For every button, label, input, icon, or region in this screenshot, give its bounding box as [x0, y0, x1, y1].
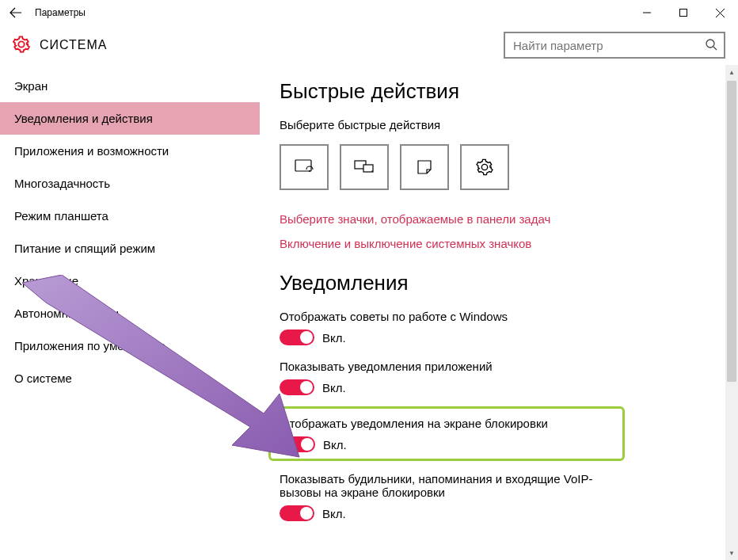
minimize-icon: [643, 9, 651, 17]
search-icon: [705, 38, 717, 53]
setting-app-notifications-toggle[interactable]: [280, 379, 314, 395]
setting-lockscreen-notif-state: Вкл.: [323, 438, 347, 451]
sidebar-item-tablet-mode[interactable]: Режим планшета: [0, 200, 260, 232]
note-icon: [417, 159, 432, 175]
search-input[interactable]: [512, 38, 705, 53]
quick-actions-heading: Быстрые действия: [280, 79, 714, 104]
link-system-icons[interactable]: Включение и выключение системных значков: [280, 237, 714, 250]
setting-alarms-toggle[interactable]: [280, 505, 314, 521]
setting-alarms-state: Вкл.: [322, 507, 346, 520]
setting-windows-tips-label: Отображать советы по работе с Windows: [280, 310, 612, 323]
header-row: СИСТЕМА: [0, 25, 738, 65]
maximize-button[interactable]: [665, 0, 702, 25]
highlight-box: Отображать уведомления на экране блокиро…: [268, 406, 625, 461]
scroll-down-icon[interactable]: ▼: [725, 546, 738, 560]
page-title: СИСТЕМА: [40, 38, 108, 52]
quick-actions-sub: Выберите быстрые действия: [280, 118, 714, 131]
window-title: Параметры: [35, 7, 86, 18]
svg-rect-0: [680, 10, 687, 17]
sidebar-item-default-apps[interactable]: Приложения по умолчанию: [0, 330, 260, 362]
sidebar-item-multitasking[interactable]: Многозадачность: [0, 167, 260, 200]
close-icon: [716, 9, 725, 17]
close-button[interactable]: [702, 0, 738, 25]
setting-windows-tips-toggle[interactable]: [280, 330, 314, 345]
setting-alarms-label: Показывать будильники, напоминания и вхо…: [280, 472, 612, 499]
minimize-button[interactable]: [629, 0, 665, 25]
quick-tile-project[interactable]: [340, 144, 389, 190]
search-box[interactable]: [504, 32, 725, 59]
setting-windows-tips-state: Вкл.: [322, 331, 346, 345]
svg-rect-2: [295, 160, 311, 171]
quick-tile-settings[interactable]: [460, 144, 509, 190]
quick-actions-row: [280, 144, 714, 190]
svg-point-6: [371, 170, 373, 172]
gear-icon: [13, 36, 30, 55]
setting-app-notifications-state: Вкл.: [322, 381, 346, 394]
sidebar-item-offline-maps[interactable]: Автономные карты: [0, 297, 260, 330]
setting-lockscreen-notif-toggle[interactable]: [280, 436, 315, 452]
svg-rect-5: [363, 165, 373, 172]
sidebar-item-storage[interactable]: Хранилище: [0, 265, 260, 297]
content-area: Быстрые действия Выберите быстрые действ…: [260, 65, 738, 560]
maximize-icon: [679, 9, 687, 17]
quick-tile-tablet[interactable]: [280, 144, 329, 190]
sidebar-item-about[interactable]: О системе: [0, 362, 260, 394]
scrollbar-thumb[interactable]: [727, 81, 736, 382]
svg-point-1: [706, 40, 714, 48]
notifications-heading: Уведомления: [280, 271, 714, 295]
quick-tile-note[interactable]: [400, 144, 449, 190]
sidebar-item-display[interactable]: Экран: [0, 70, 260, 102]
tablet-icon: [295, 159, 314, 175]
svg-point-3: [309, 170, 310, 172]
settings-icon: [476, 158, 493, 176]
project-icon: [354, 160, 375, 174]
sidebar-item-notifications[interactable]: Уведомления и действия: [0, 102, 260, 135]
setting-app-notifications-label: Показывать уведомления приложений: [280, 360, 612, 373]
setting-lockscreen-notif-label: Отображать уведомления на экране блокиро…: [280, 417, 613, 430]
sidebar-item-power[interactable]: Питание и спящий режим: [0, 232, 260, 265]
scrollbar[interactable]: ▲ ▼: [725, 65, 738, 560]
titlebar: Параметры: [0, 0, 738, 25]
sidebar: Экран Уведомления и действия Приложения …: [0, 65, 260, 560]
link-taskbar-icons[interactable]: Выберите значки, отображаемые в панели з…: [280, 212, 714, 226]
arrow-left-icon: [10, 6, 22, 19]
back-button[interactable]: [0, 0, 32, 25]
sidebar-item-apps[interactable]: Приложения и возможности: [0, 135, 260, 167]
scroll-up-icon[interactable]: ▲: [725, 65, 738, 79]
